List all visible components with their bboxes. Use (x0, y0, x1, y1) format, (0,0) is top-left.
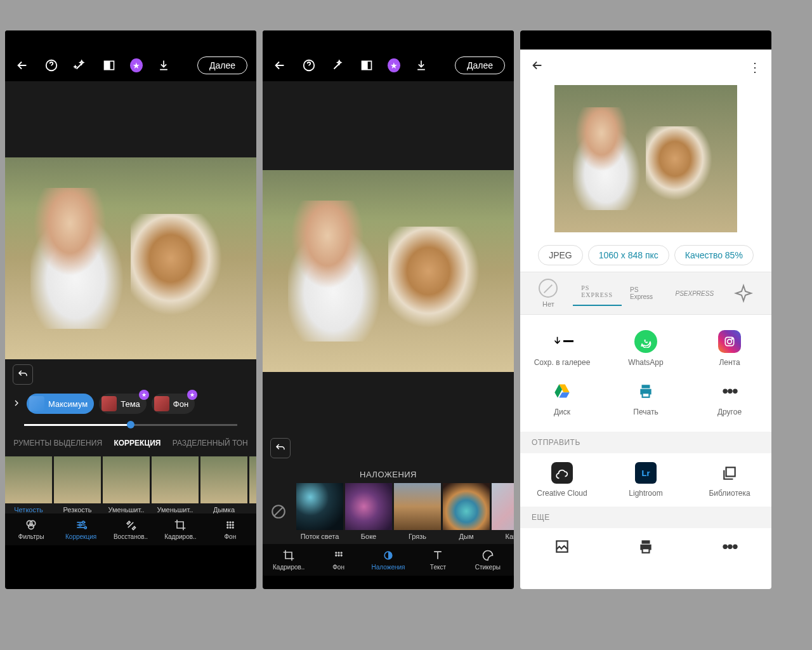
nav-restore[interactable]: Восстанов.. (106, 519, 155, 540)
next-button[interactable]: Далее (455, 56, 505, 74)
send-creative-cloud[interactable]: Creative Cloud (520, 462, 604, 498)
toolbar: ★ Далее (263, 50, 514, 81)
nav-filters[interactable]: Фильтры (6, 519, 56, 540)
preset-reduce-2[interactable]: Уменьшит.. (152, 456, 199, 514)
quality-pill[interactable]: Качество 85% (674, 245, 754, 265)
share-instagram-feed[interactable]: Лента (688, 324, 771, 373)
overlay-strip[interactable]: Поток света Боке Грязь Дым Капли (263, 483, 514, 544)
watermark-logo-icon: PSEXPRESS (679, 282, 710, 304)
send-row: Creative Cloud Lr Lightroom Библиотека (520, 453, 771, 507)
share-other[interactable]: ••• Другое (688, 373, 771, 423)
chip-theme[interactable]: Тема ★ (99, 394, 147, 414)
canvas-image[interactable] (263, 170, 514, 372)
more-other[interactable]: ••• (688, 536, 771, 557)
send-lightroom[interactable]: Lr Lightroom (604, 462, 688, 498)
format-pill[interactable]: JPEG (538, 245, 583, 265)
preset-strip[interactable]: Четкость Резкость Уменьшит.. Уменьшит.. … (5, 454, 256, 514)
send-section-label: ОТПРАВИТЬ (520, 432, 771, 453)
editor-overlays-screen: ★ Далее НАЛОЖЕНИЯ Поток света Боке (263, 30, 514, 589)
svg-point-22 (336, 552, 337, 554)
premium-star-icon[interactable]: ★ (130, 58, 143, 72)
overlay-dirt[interactable]: Грязь (394, 483, 441, 540)
preset-grain[interactable]: Зер.. (249, 456, 256, 514)
magic-wand-icon[interactable] (330, 56, 346, 74)
chip-maximum[interactable]: Максимум (27, 394, 94, 414)
compare-icon[interactable] (358, 56, 375, 74)
watermark-none[interactable]: Нет (524, 279, 573, 308)
share-gallery[interactable]: Сохр. в галерее (520, 324, 604, 373)
premium-star-icon[interactable]: ★ (388, 58, 400, 72)
watermark-logo-icon: PS Express (630, 282, 662, 304)
back-button[interactable] (530, 58, 544, 76)
magic-wand-icon[interactable] (72, 56, 89, 74)
nav-crop[interactable]: Кадриров.. (155, 519, 205, 540)
watermark-psexpress-2[interactable]: PS Express (622, 282, 671, 304)
tab-correction[interactable]: КОРРЕКЦИЯ (114, 439, 160, 448)
help-icon[interactable] (301, 56, 317, 74)
svg-point-27 (341, 555, 342, 556)
preset-haze[interactable]: Дымка (200, 456, 247, 514)
tab-selection-tools[interactable]: РУМЕНТЫ ВЫДЕЛЕНИЯ (13, 439, 102, 448)
svg-point-8 (84, 527, 86, 529)
nav-overlays[interactable]: Наложения (363, 549, 413, 571)
svg-point-30 (728, 340, 732, 344)
nav-text[interactable]: Текст (413, 549, 462, 571)
share-print[interactable]: Печать (604, 373, 688, 423)
watermark-psexpress-4[interactable] (719, 282, 768, 304)
bottom-nav: Фильтры Коррекция Восстанов.. Кадриров.. (5, 514, 256, 545)
download-icon[interactable] (155, 56, 172, 74)
chip-background[interactable]: Фон ★ (152, 394, 195, 414)
heal-icon (124, 519, 137, 531)
share-drive[interactable]: Диск (520, 373, 604, 423)
nav-correction[interactable]: Коррекция (56, 519, 105, 540)
canvas-image[interactable] (5, 157, 256, 359)
overlay-light-stream[interactable]: Поток света (296, 483, 343, 540)
svg-point-16 (230, 527, 231, 528)
next-button[interactable]: Далее (197, 56, 247, 74)
crop-icon (282, 549, 295, 562)
nav-background[interactable]: Фон (206, 519, 255, 540)
stickers-icon (481, 549, 494, 562)
help-icon[interactable] (43, 56, 60, 74)
nav-background[interactable]: Фон (313, 549, 363, 571)
more-icon: ••• (718, 380, 741, 402)
back-button[interactable] (14, 56, 30, 74)
header: ⋮ (520, 50, 771, 85)
chip-label: Фон (173, 399, 188, 409)
chevron-right-icon[interactable] (11, 397, 22, 411)
menu-icon[interactable]: ⋮ (749, 60, 761, 75)
preset-clarity[interactable]: Четкость (5, 456, 52, 514)
back-button[interactable] (272, 56, 288, 74)
tab-split-tone[interactable]: РАЗДЕЛЕННЫЙ ТОН (173, 439, 248, 448)
overlay-smoke[interactable]: Дым (443, 483, 490, 540)
overlay-drops[interactable]: Капли (492, 483, 514, 540)
editor-correction-screen: ★ Далее Максимум Тема (5, 30, 256, 589)
send-library[interactable]: Библиотека (688, 462, 771, 498)
svg-rect-32 (642, 385, 650, 388)
toolbar: ★ Далее (5, 50, 256, 81)
more-set-wallpaper[interactable] (520, 536, 604, 557)
canvas-padding-top (263, 81, 514, 170)
svg-rect-39 (643, 548, 650, 553)
share-whatsapp[interactable]: WhatsApp (604, 324, 688, 373)
preset-sharpness[interactable]: Резкость (54, 456, 101, 514)
preset-reduce-1[interactable]: Уменьшит.. (103, 456, 150, 514)
download-icon[interactable] (413, 56, 429, 74)
more-section-label: ЕЩЕ (520, 507, 771, 528)
watermark-psexpress-3[interactable]: PSEXPRESS (670, 282, 719, 304)
size-pill[interactable]: 1060 x 848 пкс (588, 245, 669, 265)
watermark-psexpress-1[interactable]: PS EXPRESS (573, 281, 622, 306)
svg-point-14 (232, 524, 233, 526)
watermark-logo-icon: PS EXPRESS (581, 281, 613, 302)
adjust-slider[interactable] (5, 418, 256, 432)
overlay-bokeh[interactable]: Боке (345, 483, 392, 540)
undo-button[interactable] (270, 438, 291, 458)
more-print[interactable] (604, 536, 688, 557)
undo-button[interactable] (13, 364, 33, 385)
nav-stickers[interactable]: Стикеры (463, 549, 513, 571)
svg-point-24 (341, 552, 342, 554)
undo-row (5, 359, 256, 390)
overlay-none[interactable] (263, 483, 294, 540)
compare-icon[interactable] (101, 56, 117, 74)
nav-crop[interactable]: Кадриров.. (264, 549, 313, 571)
